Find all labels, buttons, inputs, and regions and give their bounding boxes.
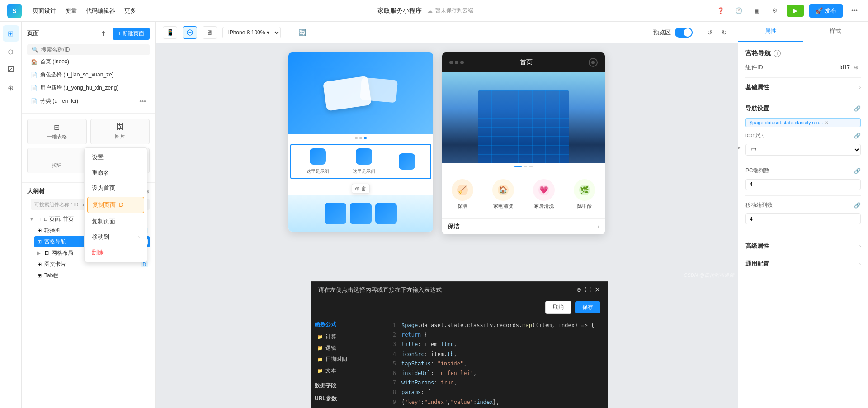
comp-image[interactable]: 🖼 图片 bbox=[90, 119, 150, 144]
tree-grid-toggle[interactable]: ▶ bbox=[36, 251, 42, 256]
page-item-role[interactable]: 📄 角色选择 (u_jiao_se_xuan_ze) bbox=[27, 68, 150, 81]
sidebar-plugin-icon[interactable]: ⊕ bbox=[3, 80, 19, 96]
debug-cancel-button[interactable]: 取消 bbox=[545, 301, 571, 314]
settings-icon[interactable]: ⚙ bbox=[769, 5, 781, 17]
page-item-user[interactable]: 📄 用户新增 (u_yong_hu_xin_zeng) bbox=[27, 81, 150, 95]
new-page-button[interactable]: + 新建页面 bbox=[113, 28, 150, 40]
page-item-category[interactable]: 📄 分类 (u_fen_lei) ••• bbox=[27, 95, 150, 108]
content-icon-3 bbox=[375, 203, 397, 224]
context-menu: 设置 重命名 设为首页 复制页面 ID 复制页面 移动到 › 删除 bbox=[84, 147, 147, 262]
formula-text-folder-icon: 📁 bbox=[317, 368, 323, 373]
nav-icons-selected[interactable]: 这里是示例 这里是示例 ⊕ bbox=[290, 144, 431, 179]
debug-panel-actions: ⊕ ⛶ ✕ bbox=[576, 285, 600, 294]
app-logo: S bbox=[7, 4, 22, 18]
page-more-button[interactable]: ••• bbox=[139, 98, 146, 105]
ctx-delete[interactable]: 删除 bbox=[85, 245, 147, 260]
preview-toggle[interactable] bbox=[675, 28, 693, 38]
comp-button-label: 按钮 bbox=[29, 162, 85, 169]
formula-text-item[interactable]: 📁 文本 bbox=[315, 365, 379, 376]
preview-run-button[interactable]: ▶ bbox=[787, 5, 804, 17]
layout-icon[interactable]: ▣ bbox=[750, 5, 763, 17]
pc-cols-link-icon[interactable]: 🔗 bbox=[854, 168, 861, 174]
float-delete-icon[interactable]: 🗑 bbox=[361, 185, 367, 192]
tree-item-tab[interactable]: ⊞ Tab栏 bbox=[34, 270, 150, 281]
sidebar-data-icon[interactable]: ⊙ bbox=[3, 43, 19, 60]
comp-table[interactable]: ⊞ 一维表格 bbox=[27, 119, 87, 144]
copy-code-icon[interactable]: ⊕ bbox=[576, 286, 581, 293]
nav-icon-img-2 bbox=[356, 148, 372, 165]
mobile-cols-input[interactable] bbox=[745, 213, 861, 224]
nav-jiadian[interactable]: 🏠 家电清洗 bbox=[483, 176, 524, 213]
nav-settings-link-icon[interactable]: 🔗 bbox=[854, 105, 861, 112]
nav-variables[interactable]: 变量 bbox=[65, 5, 77, 17]
ctx-copy-page[interactable]: 复制页面 bbox=[85, 214, 147, 229]
debug-save-button[interactable]: 保存 bbox=[575, 301, 600, 313]
float-copy-icon[interactable]: ⊕ bbox=[355, 185, 359, 192]
slide-dot-active bbox=[514, 166, 522, 167]
nav-page-design[interactable]: 页面设计 bbox=[33, 5, 56, 17]
nav-code-editor[interactable]: 代码编辑器 bbox=[86, 5, 115, 17]
refresh-icon[interactable]: 🔄 bbox=[296, 26, 308, 39]
copy-id-icon[interactable]: ⊕ bbox=[852, 63, 861, 72]
tree-root-icon: □ bbox=[36, 216, 42, 223]
formula-data-title[interactable]: 数据字段 bbox=[315, 382, 379, 389]
ctx-move-to[interactable]: 移动到 › bbox=[85, 229, 147, 245]
formula-date-item[interactable]: 📁 日期时间 bbox=[315, 354, 379, 365]
nav-baojie[interactable]: 🧹 保洁 bbox=[442, 176, 483, 213]
slide-dot-1 bbox=[524, 166, 527, 167]
mobile-cols-link-icon[interactable]: 🔗 bbox=[854, 202, 861, 209]
nav-value-tag: $page.dataset.state.classify.rec... ✕ bbox=[745, 118, 861, 127]
line-num-4: 4 bbox=[387, 350, 396, 359]
nav-icon-2: 这里是示例 bbox=[353, 148, 375, 175]
redo-button[interactable]: ↻ bbox=[718, 26, 731, 39]
publish-label: 发布 bbox=[825, 7, 836, 15]
tab-properties[interactable]: 属性 bbox=[738, 22, 803, 42]
import-icon[interactable]: ⬆ bbox=[97, 27, 110, 40]
undo-button[interactable]: ↺ bbox=[703, 26, 716, 39]
nav-jiaju[interactable]: 💗 家居清洗 bbox=[524, 176, 564, 213]
formula-functions-title[interactable]: 函数公式 bbox=[315, 321, 379, 328]
device-responsive-btn[interactable] bbox=[183, 26, 197, 39]
advanced-section[interactable]: 高级属性 › bbox=[745, 237, 861, 255]
pc-cols-input[interactable] bbox=[745, 179, 861, 190]
ctx-copy-id[interactable]: 复制页面 ID bbox=[87, 197, 144, 213]
formula-logic-item[interactable]: 📁 逻辑 bbox=[315, 342, 379, 354]
nav-tag-close-icon[interactable]: ✕ bbox=[825, 120, 828, 125]
divider-3 bbox=[745, 195, 861, 196]
banner-dot-1 bbox=[355, 137, 358, 139]
icon-size-link-icon[interactable]: 🔗 bbox=[854, 133, 861, 139]
sidebar-image-icon[interactable]: 🖼 bbox=[3, 62, 19, 78]
publish-button[interactable]: 🚀 发布 bbox=[809, 4, 843, 18]
camera-icon bbox=[589, 58, 598, 67]
tree-root-toggle[interactable]: ▼ bbox=[29, 217, 34, 222]
device-desktop-btn[interactable]: 🖥 bbox=[203, 26, 217, 39]
sidebar-pages-icon[interactable]: ⊞ bbox=[3, 25, 19, 42]
nav-more[interactable]: 更多 bbox=[124, 5, 136, 17]
canvas-toolbar: 📱 🖥 iPhone 8 100% ▾ 🔄 预览区 ↺ ↻ bbox=[156, 22, 738, 43]
ctx-rename[interactable]: 重命名 bbox=[85, 165, 147, 180]
code-editor[interactable]: 1 $page.dataset.state.classify.records.m… bbox=[387, 321, 604, 408]
icon-size-select[interactable]: 中 bbox=[745, 144, 861, 156]
device-size-select[interactable]: iPhone 8 100% ▾ bbox=[222, 27, 281, 38]
nav-settings-header[interactable]: 导航设置 🔗 bbox=[745, 104, 861, 113]
page-item-home[interactable]: 🏠 首页 (index) bbox=[27, 55, 150, 68]
debug-close-button[interactable]: ✕ bbox=[594, 285, 600, 294]
general-section[interactable]: 通用配置 › bbox=[745, 255, 861, 272]
comp-image-label: 图片 bbox=[93, 133, 148, 140]
formula-calc-item[interactable]: 📁 计算 bbox=[315, 331, 379, 342]
nav-jiajia[interactable]: 🌿 除甲醛 bbox=[564, 176, 605, 213]
more-options-icon[interactable]: ••• bbox=[848, 5, 861, 17]
comp-button[interactable]: □ 按钮 bbox=[27, 148, 87, 173]
basic-props-header[interactable]: 基础属性 › bbox=[745, 83, 861, 91]
fullscreen-icon[interactable]: ⛶ bbox=[585, 286, 591, 293]
history-icon[interactable]: 🕐 bbox=[732, 5, 745, 17]
component-info-icon[interactable]: i bbox=[774, 50, 781, 57]
tab-styles[interactable]: 样式 bbox=[803, 22, 868, 42]
formula-url-title[interactable]: URL参数 bbox=[315, 395, 379, 403]
page-search-input[interactable] bbox=[41, 47, 123, 53]
ctx-set-home[interactable]: 设为首页 bbox=[85, 180, 147, 196]
debug-panel-title: 请在左侧点击选择内容或直接在下方输入表达式 bbox=[318, 286, 442, 294]
device-mobile-btn[interactable]: 📱 bbox=[163, 26, 177, 39]
help-icon[interactable]: ❓ bbox=[714, 5, 727, 17]
ctx-settings[interactable]: 设置 bbox=[85, 150, 147, 165]
